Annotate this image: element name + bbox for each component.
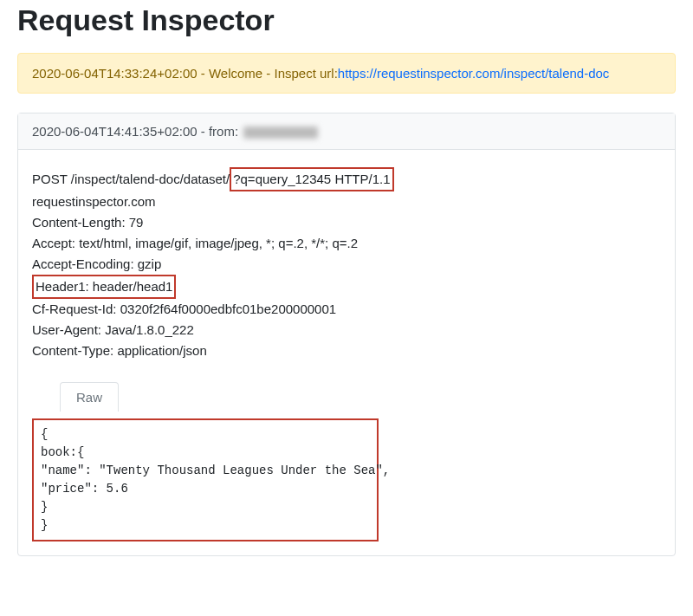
- request-card-body: POST /inspect/talend-doc/dataset/?q=quer…: [18, 150, 675, 555]
- request-header1-highlight: Header1: header/head1: [32, 275, 176, 299]
- request-query-highlight: ?q=query_12345 HTTP/1.1: [230, 167, 393, 191]
- body-l6: }: [41, 518, 48, 532]
- welcome-alert: 2020-06-04T14:33:24+02:00 - Welcome - In…: [17, 53, 676, 94]
- body-l4: "price": 5.6: [41, 482, 128, 496]
- request-content-type: Content-Type: application/json: [32, 340, 661, 361]
- request-header1: Header1: header/head1: [32, 275, 661, 299]
- request-accept-encoding: Accept-Encoding: gzip: [32, 254, 661, 275]
- request-user-agent: User-Agent: Java/1.8.0_222: [32, 320, 661, 340]
- welcome-message: - Welcome - Inspect url:: [198, 66, 338, 81]
- body-l1: {: [41, 427, 48, 441]
- request-timestamp: 2020-06-04T14:41:35+02:00: [32, 124, 198, 139]
- request-from-label: - from:: [198, 124, 243, 139]
- request-cf-id: Cf-Request-Id: 0320f2f64f0000edbfc01be20…: [32, 299, 661, 320]
- body-l3: "name": "Twenty Thousand Leagues Under t…: [41, 464, 390, 477]
- body-l5: }: [41, 500, 48, 514]
- inspect-url-link[interactable]: https://requestinspector.com/inspect/tal…: [338, 66, 610, 81]
- request-content-length: Content-Length: 79: [32, 212, 661, 233]
- body-tabs: Raw: [32, 382, 661, 412]
- welcome-timestamp: 2020-06-04T14:33:24+02:00: [32, 66, 198, 81]
- body-l2: book:{: [41, 445, 84, 459]
- request-from-ip-obscured: [243, 126, 318, 139]
- page-title: Request Inspector: [17, 3, 676, 37]
- request-accept: Accept: text/html, image/gif, image/jpeg…: [32, 233, 661, 254]
- request-host: requestinspector.com: [32, 191, 661, 212]
- request-card: 2020-06-04T14:41:35+02:00 - from: POST /…: [17, 113, 676, 556]
- tab-raw[interactable]: Raw: [60, 382, 119, 412]
- raw-body-box: { book:{ "name": "Twenty Thousand League…: [32, 418, 379, 541]
- request-card-header: 2020-06-04T14:41:35+02:00 - from:: [18, 113, 675, 150]
- request-first-line: POST /inspect/talend-doc/dataset/?q=quer…: [32, 167, 661, 191]
- request-method-path: POST /inspect/talend-doc/dataset/: [32, 172, 230, 186]
